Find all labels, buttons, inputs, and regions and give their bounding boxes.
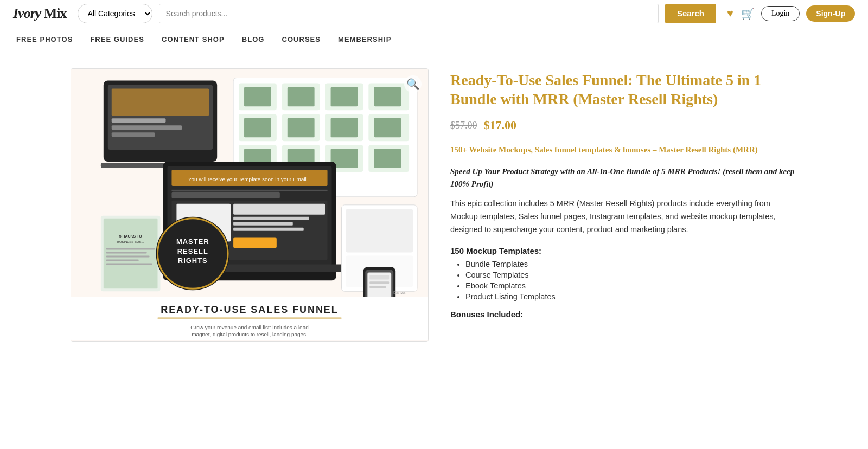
nav-item-membership[interactable]: MEMBERSHIP — [338, 35, 392, 43]
search-input[interactable] — [159, 4, 659, 23]
svg-rect-54 — [106, 259, 139, 261]
svg-text:RESELL: RESELL — [177, 247, 208, 255]
svg-rect-23 — [331, 87, 358, 106]
mockup-section-title: 150 Mockup Templates: — [450, 246, 797, 255]
product-info-column: Ready-To-Use Sales Funnel: The Ultimate … — [450, 68, 797, 342]
svg-rect-27 — [331, 118, 358, 137]
svg-rect-4 — [112, 118, 166, 123]
svg-text:MASTER: MASTER — [176, 238, 209, 246]
svg-rect-26 — [288, 118, 315, 137]
svg-text:5 HACKS TO: 5 HACKS TO — [119, 234, 143, 238]
svg-text:RIGHTS: RIGHTS — [178, 256, 208, 265]
header-icons: ♥ 🛒 — [727, 7, 755, 20]
svg-text:Grow your revenue and email li: Grow your revenue and email list: includ… — [190, 324, 308, 330]
product-image-svg: You will receive your Template soon in y… — [71, 69, 428, 341]
signup-button[interactable]: Sign-Up — [806, 5, 855, 22]
product-image-inner: You will receive your Template soon in y… — [71, 69, 428, 341]
svg-rect-62 — [369, 275, 389, 279]
svg-rect-6 — [112, 132, 155, 137]
svg-rect-53 — [106, 256, 150, 258]
svg-rect-45 — [233, 238, 277, 248]
svg-rect-37 — [171, 190, 327, 191]
bonuses-title: Bonuses Included: — [450, 310, 797, 319]
svg-rect-38 — [171, 192, 279, 198]
product-title: Ready-To-Use Sales Funnel: The Ultimate … — [450, 70, 797, 108]
svg-text:BUSINESS BUS...: BUSINESS BUS... — [117, 240, 144, 243]
search-button[interactable]: Search — [665, 4, 716, 23]
svg-rect-25 — [244, 118, 271, 137]
mockup-list: Bundle Templates Course Templates Ebook … — [450, 260, 797, 301]
svg-rect-55 — [106, 263, 152, 265]
product-image-wrapper: You will receive your Template soon in y… — [71, 68, 429, 342]
svg-rect-57 — [346, 209, 413, 253]
site-logo[interactable]: Ivory Mix — [13, 5, 67, 22]
svg-rect-28 — [374, 118, 401, 137]
svg-rect-64 — [369, 286, 386, 288]
list-item: Bundle Templates — [465, 260, 797, 268]
svg-rect-3 — [112, 88, 209, 116]
svg-text:You will receive your Template: You will receive your Template soon in y… — [188, 176, 311, 182]
svg-text:Canva: Canva — [393, 290, 406, 295]
header: Ivory Mix All Categories Search ♥ 🛒 Logi… — [0, 0, 868, 27]
svg-rect-63 — [369, 281, 389, 284]
nav-item-content-shop[interactable]: CONTENT SHOP — [162, 35, 225, 43]
product-image-column: You will receive your Template soon in y… — [71, 68, 429, 342]
svg-rect-51 — [106, 248, 155, 250]
nav-item-blog[interactable]: BLOG — [242, 35, 265, 43]
nav-item-free-guides[interactable]: FREE GUIDES — [90, 35, 144, 43]
svg-rect-72 — [158, 317, 342, 319]
price-sale: $17.00 — [484, 118, 517, 132]
zoom-icon[interactable]: 🔍 — [404, 75, 422, 93]
svg-rect-52 — [106, 252, 147, 254]
svg-rect-21 — [244, 87, 271, 106]
list-item: Product Listing Templates — [465, 292, 797, 301]
main-content: You will receive your Template soon in y… — [54, 52, 814, 358]
list-item: Course Templates — [465, 271, 797, 279]
product-description: This epic collection includes 5 MRR (Mas… — [450, 197, 797, 236]
svg-rect-43 — [233, 222, 293, 226]
category-select[interactable]: All Categories — [78, 4, 152, 23]
nav-item-free-photos[interactable]: FREE PHOTOS — [16, 35, 73, 43]
svg-rect-42 — [233, 217, 309, 220]
svg-rect-44 — [233, 228, 304, 231]
svg-rect-5 — [112, 125, 182, 130]
list-item: Ebook Templates — [465, 281, 797, 290]
svg-text:READY-TO-USE SALES FUNNEL: READY-TO-USE SALES FUNNEL — [161, 304, 339, 315]
svg-text:magnet, digital products to re: magnet, digital products to resell, land… — [192, 331, 308, 337]
product-tagline: Speed Up Your Product Strategy with an A… — [450, 165, 797, 190]
wishlist-icon[interactable]: ♥ — [727, 7, 733, 20]
nav-item-courses[interactable]: COURSES — [282, 35, 321, 43]
cart-icon[interactable]: 🛒 — [741, 7, 755, 20]
svg-rect-32 — [374, 149, 401, 168]
login-button[interactable]: Login — [761, 6, 800, 21]
price-row: $57.00 $17.00 — [450, 118, 797, 132]
product-highlight: 150+ Website Mockups, Sales funnel templ… — [450, 144, 797, 156]
main-nav: FREE PHOTOS FREE GUIDES CONTENT SHOP BLO… — [0, 27, 868, 52]
svg-rect-41 — [233, 204, 325, 215]
svg-rect-22 — [288, 87, 315, 106]
svg-rect-24 — [374, 87, 401, 106]
price-original: $57.00 — [450, 120, 477, 131]
